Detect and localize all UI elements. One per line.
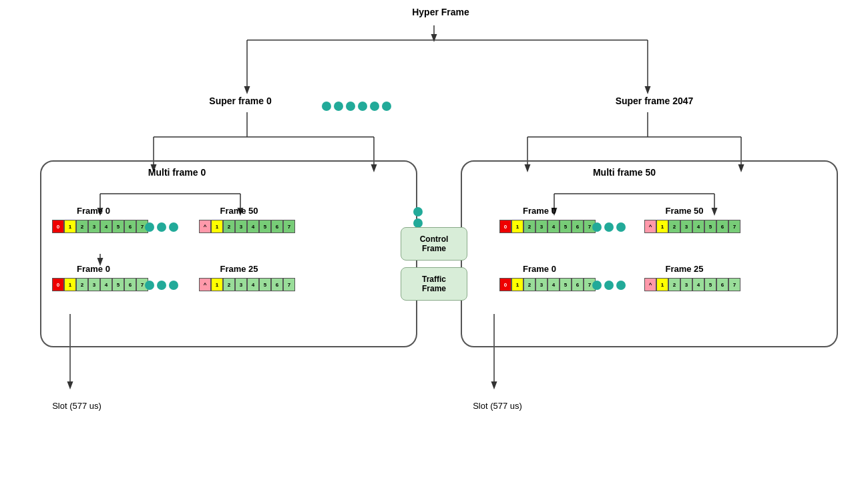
right-frame50-strip: ^ 1 2 3 4 5 6 7 [644,219,740,234]
r-cell-l-7: 2 [668,278,680,291]
cell-red-1: 0 [52,220,64,233]
cell-p-1: ^ [199,220,211,233]
slot-left-label: Slot (577 us) [33,401,120,411]
cell-y-3: 1 [64,278,76,291]
r-cell-l-4: 5 [560,278,572,291]
left-top-row-dots [144,222,180,232]
right-bot-row-dots [591,281,627,290]
cell-g-10: 5 [259,220,271,233]
cell-l-2: 3 [88,278,100,291]
r-cell-g-4: 5 [560,220,572,233]
r-cell-y-3: 1 [511,278,523,291]
cell-y-1: 1 [64,220,76,233]
right-frame50-label: Frame 50 [658,206,711,216]
left-frame0-top-strip: 0 1 2 3 4 5 6 7 [52,219,148,234]
cell-l-3: 4 [100,278,112,291]
cell-p-2: ^ [199,278,211,291]
cell-g-5: 6 [124,220,136,233]
right-top-row-dots [591,222,627,232]
center-dots [412,207,424,228]
cell-y-4: 1 [211,278,223,291]
cell-l-5: 6 [124,278,136,291]
left-frame50-label: Frame 50 [212,206,266,216]
left-frame50-strip: ^ 1 2 3 4 5 6 7 [199,219,295,234]
r-cell-g-5: 6 [572,220,584,233]
right-frame25-strip: ^ 1 2 3 4 5 6 7 [644,277,740,292]
control-frame-box: Control Frame [401,227,467,261]
cell-l-10: 5 [259,278,271,291]
multi-frame-0-label: Multi frame 0 [130,167,224,178]
r-cell-g-11: 6 [716,220,728,233]
right-frame0-top-label: Frame 0 [513,206,566,216]
cell-g-7: 2 [223,220,235,233]
r-cell-l-2: 3 [535,278,548,291]
cell-l-8: 3 [235,278,247,291]
r-cell-l-1: 2 [523,278,535,291]
r-cell-g-7: 2 [668,220,680,233]
right-frame0-top-strip: 0 1 2 3 4 5 6 7 [499,219,596,234]
cell-g-2: 3 [88,220,100,233]
left-bot-row-dots [144,281,180,290]
slot-right-label: Slot (577 us) [454,401,541,411]
cell-l-9: 4 [247,278,259,291]
left-frame25-strip: ^ 1 2 3 4 5 6 7 [199,277,295,292]
r-cell-p-2: ^ [644,278,656,291]
cell-l-7: 2 [223,278,235,291]
r-cell-red-1: 0 [499,220,511,233]
cell-g-12: 7 [283,220,295,233]
left-frame0-top-label: Frame 0 [67,206,120,216]
cell-g-3: 4 [100,220,112,233]
right-frame0-bot-strip: 0 1 2 3 4 5 6 7 [499,277,596,292]
r-cell-y-1: 1 [511,220,523,233]
r-cell-p-1: ^ [644,220,656,233]
cell-g-4: 5 [112,220,124,233]
right-frame25-label: Frame 25 [658,264,711,274]
r-cell-l-3: 4 [548,278,560,291]
r-cell-y-4: 1 [656,278,668,291]
right-frame0-bot-label: Frame 0 [513,264,566,274]
multi-frame-50-label: Multi frame 50 [578,167,671,178]
r-cell-l-10: 5 [704,278,716,291]
cell-l-12: 7 [283,278,295,291]
r-cell-y-2: 1 [656,220,668,233]
r-cell-l-9: 4 [692,278,704,291]
left-frame25-label: Frame 25 [212,264,266,274]
r-cell-g-8: 3 [680,220,692,233]
cell-l-1: 2 [76,278,88,291]
super-frame-2047-label: Super frame 2047 [601,96,708,106]
cell-red-2: 0 [52,278,64,291]
r-cell-g-9: 4 [692,220,704,233]
r-cell-g-3: 4 [548,220,560,233]
multi-frame-50-box [461,160,838,347]
r-cell-g-1: 2 [523,220,535,233]
left-frame0-bot-strip: 0 1 2 3 4 5 6 7 [52,277,148,292]
r-cell-g-12: 7 [728,220,740,233]
cell-l-4: 5 [112,278,124,291]
cell-l-11: 6 [271,278,283,291]
r-cell-g-10: 5 [704,220,716,233]
control-frame-label: Control Frame [420,234,449,253]
cell-g-9: 4 [247,220,259,233]
cell-y-2: 1 [211,220,223,233]
traffic-frame-label: Traffic Frame [422,275,446,293]
r-cell-l-5: 6 [572,278,584,291]
cell-g-1: 2 [76,220,88,233]
super-frame-0-label: Super frame 0 [194,96,287,106]
multi-frame-0-box [40,160,417,347]
cell-g-11: 6 [271,220,283,233]
diagram: Hyper Frame Super frame 0 Super frame 20… [0,0,868,487]
left-frame0-bot-label: Frame 0 [67,264,120,274]
super-frame-dots [320,102,393,111]
cell-g-8: 3 [235,220,247,233]
r-cell-g-2: 3 [535,220,548,233]
r-cell-l-11: 6 [716,278,728,291]
traffic-frame-box: Traffic Frame [401,267,467,301]
r-cell-l-8: 3 [680,278,692,291]
hyper-frame-label: Hyper Frame [387,7,494,17]
r-cell-red-2: 0 [499,278,511,291]
r-cell-l-12: 7 [728,278,740,291]
